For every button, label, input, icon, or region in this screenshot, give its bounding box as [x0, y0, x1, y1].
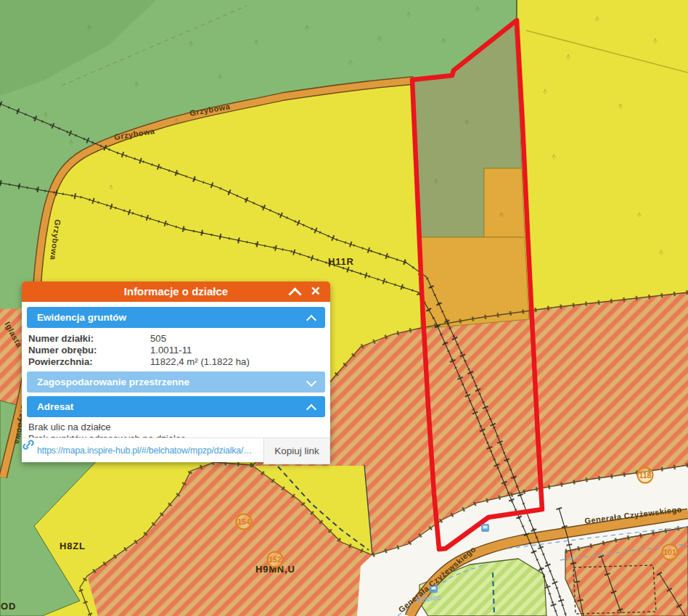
parcel-ochre-area-a — [484, 168, 525, 237]
chevron-up-icon — [306, 404, 316, 414]
section-adresat[interactable]: Adresat — [27, 396, 325, 417]
address-line: Brak ulic na działce — [28, 422, 325, 433]
attr-value: 11822,4 m² (1.1822 ha) — [150, 356, 250, 367]
parcel-share-url[interactable]: https://mapa.inspire-hub.pl/#/belchatow/… — [37, 445, 253, 456]
attr-value: 505 — [150, 333, 166, 344]
attr-value: 1.0011-11 — [150, 345, 192, 356]
parcel-number: 118 — [639, 471, 652, 480]
bus-stop-icon[interactable] — [481, 524, 489, 532]
close-panel-icon[interactable]: ✕ — [311, 282, 321, 302]
section-title: Zagospodarowanie przestrzenne — [37, 377, 189, 387]
collapse-panel-icon[interactable] — [288, 287, 301, 300]
attr-label: Powierzchnia: — [28, 356, 150, 368]
parcel-number: 154 — [237, 517, 250, 526]
attr-label: Numer działki: — [28, 333, 150, 345]
chevron-up-icon — [306, 315, 316, 325]
link-icon — [22, 438, 35, 451]
zone-label-h8zl: H8ZL — [60, 541, 86, 551]
parcel-number: 101 — [663, 548, 676, 557]
parcel-attributes: Numer działki:505 Numer obrębu:1.0011-11… — [27, 332, 325, 371]
panel-header: Informacje o działce ✕ — [22, 282, 330, 302]
attr-label: Numer obrębu: — [28, 345, 150, 356]
parcel-number: 152 — [269, 555, 282, 564]
parcel-info-panel: Informacje o działce ✕ Ewidencja gruntów… — [22, 282, 330, 462]
zone-label-h11r: H11R — [328, 256, 354, 267]
map-viewport[interactable]: Grzybowa Grzybowa Grzybowa Grzybowa Igla… — [0, 0, 688, 616]
zone-label-od: OD — [1, 601, 16, 612]
share-link-row: https://mapa.inspire-hub.pl/#/belchatow/… — [22, 438, 330, 462]
section-zagospodarowanie[interactable]: Zagospodarowanie przestrzenne — [27, 371, 325, 393]
section-title: Adresat — [37, 401, 73, 412]
panel-title: Informacje o działce — [124, 285, 228, 297]
section-title: Ewidencja gruntów — [37, 312, 126, 323]
section-ewidencja-gruntow[interactable]: Ewidencja gruntów — [27, 307, 325, 328]
chevron-down-icon — [306, 377, 316, 387]
copy-link-button[interactable]: Kopiuj link — [263, 438, 330, 464]
parcel-ochre-area-b — [420, 237, 529, 329]
